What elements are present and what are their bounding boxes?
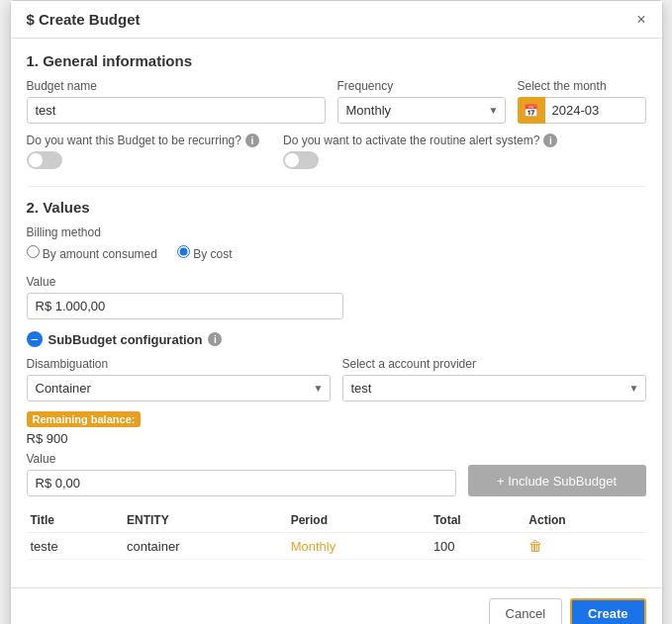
budget-name-group: Budget name xyxy=(27,79,326,124)
include-btn-label: + Include SubBudget xyxy=(497,474,617,489)
section1-title: 1. General informations xyxy=(27,52,646,69)
row-total: 100 xyxy=(430,533,525,560)
table-row: teste container Monthly 100 🗑 xyxy=(27,533,646,560)
routine-label: Do you want to activate the routine aler… xyxy=(283,134,557,147)
disambiguation-row: Disambiguation Container Service Region … xyxy=(27,357,646,401)
frequency-select-wrapper: Monthly Weekly Daily Annual ▼ xyxy=(337,97,506,124)
value-label: Value xyxy=(27,275,646,289)
close-button[interactable]: × xyxy=(636,12,645,28)
account-provider-group: Select a account provider test ▼ xyxy=(342,357,646,401)
table-header-row: Title ENTITY Period Total Action xyxy=(27,508,646,533)
divider1 xyxy=(27,186,646,187)
select-month-group: Select the month 📅 xyxy=(518,79,646,124)
disambiguation-select-wrapper: Container Service Region ▼ xyxy=(27,375,331,401)
subbudget-title: SubBudget configuration xyxy=(48,332,203,347)
account-provider-select[interactable]: test xyxy=(342,375,646,401)
billing-method-group: Billing method By amount consumed By cos… xyxy=(27,225,646,267)
recurring-info-icon[interactable]: i xyxy=(245,134,259,147)
delete-icon[interactable]: 🗑 xyxy=(528,538,542,554)
frequency-group: Frequency Monthly Weekly Daily Annual ▼ xyxy=(337,79,506,124)
select-month-label: Select the month xyxy=(518,79,646,93)
value-input[interactable] xyxy=(27,293,343,319)
subbudget-info-icon[interactable]: i xyxy=(208,332,222,346)
col-period: Period xyxy=(287,508,430,533)
recurring-toggle[interactable] xyxy=(27,151,62,169)
routine-group: Do you want to activate the routine aler… xyxy=(283,134,557,172)
remaining-section: Remaining balance: R$ 900 xyxy=(27,411,646,446)
radio-cost-input[interactable] xyxy=(177,245,190,258)
month-input-wrapper: 📅 xyxy=(518,97,646,124)
modal-title: $ Create Budget xyxy=(27,11,141,28)
calendar-icon: 📅 xyxy=(518,97,545,124)
section2-title: 2. Values xyxy=(27,199,646,216)
radio-by-cost[interactable]: By cost xyxy=(177,245,233,261)
frequency-label: Frequency xyxy=(337,79,506,93)
col-title: Title xyxy=(27,508,124,533)
col-entity: ENTITY xyxy=(123,508,287,533)
routine-info-icon[interactable]: i xyxy=(543,134,557,147)
row-title: teste xyxy=(27,533,124,560)
modal-header: $ Create Budget × xyxy=(11,1,662,39)
disambiguation-select[interactable]: Container Service Region xyxy=(27,375,331,401)
general-info-row: Budget name Frequency Monthly Weekly Dai… xyxy=(27,79,646,124)
table-body: teste container Monthly 100 🗑 xyxy=(27,533,646,560)
subbudget-value-group: Value xyxy=(27,452,456,496)
billing-method-label: Billing method xyxy=(27,225,646,239)
remaining-badge: Remaining balance: xyxy=(27,411,142,427)
subbudget-value-label: Value xyxy=(27,452,456,466)
create-budget-modal: $ Create Budget × 1. General information… xyxy=(10,0,663,624)
value-group: Value xyxy=(27,275,646,319)
budget-name-label: Budget name xyxy=(27,79,326,93)
subbudget-value-input[interactable] xyxy=(27,470,456,496)
value-include-row: Value + Include SubBudget xyxy=(27,452,646,496)
modal-body: 1. General informations Budget name Freq… xyxy=(11,39,662,587)
minus-icon[interactable]: − xyxy=(27,331,43,347)
col-action: Action xyxy=(525,508,645,533)
radio-group: By amount consumed By cost xyxy=(27,245,646,267)
include-subbudget-button[interactable]: + Include SubBudget xyxy=(468,465,646,496)
account-provider-label: Select a account provider xyxy=(342,357,646,371)
table-head: Title ENTITY Period Total Action xyxy=(27,508,646,533)
cancel-button[interactable]: Cancel xyxy=(489,598,562,624)
period-link[interactable]: Monthly xyxy=(291,539,336,554)
recurring-label: Do you want this Budget to be recurring?… xyxy=(27,134,259,147)
col-total: Total xyxy=(430,508,525,533)
row-entity: container xyxy=(123,533,287,560)
radio-by-amount[interactable]: By amount consumed xyxy=(27,245,157,261)
frequency-select[interactable]: Monthly Weekly Daily Annual xyxy=(337,97,506,124)
radio-amount-input[interactable] xyxy=(27,245,40,258)
subbudget-table: Title ENTITY Period Total Action teste c… xyxy=(27,508,646,560)
account-select-wrapper: test ▼ xyxy=(342,375,646,401)
remaining-value: R$ 900 xyxy=(27,431,646,446)
disambiguation-label: Disambiguation xyxy=(27,357,331,371)
subbudget-header: − SubBudget configuration i xyxy=(27,331,646,347)
recurring-group: Do you want this Budget to be recurring?… xyxy=(27,134,259,172)
create-button[interactable]: Create xyxy=(570,598,645,624)
row-action: 🗑 xyxy=(525,533,645,560)
row-period: Monthly xyxy=(287,533,430,560)
toggle-row: Do you want this Budget to be recurring?… xyxy=(27,134,646,172)
routine-toggle[interactable] xyxy=(283,151,319,169)
modal-footer: Cancel Create xyxy=(11,587,662,624)
disambiguation-group: Disambiguation Container Service Region … xyxy=(27,357,331,401)
budget-name-input[interactable] xyxy=(27,97,326,124)
